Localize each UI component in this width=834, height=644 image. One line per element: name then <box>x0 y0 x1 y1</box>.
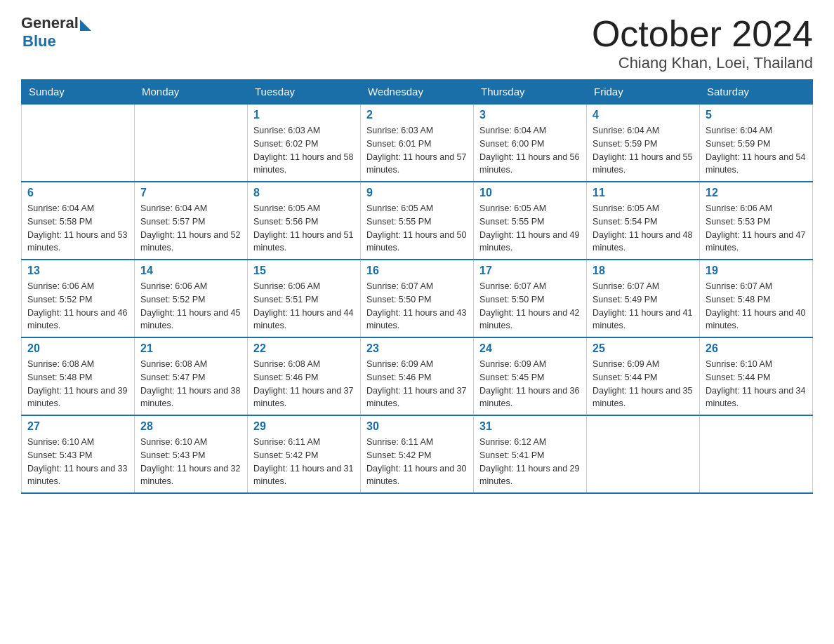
day-info: Sunrise: 6:07 AMSunset: 5:48 PMDaylight:… <box>706 280 807 333</box>
table-row: 18Sunrise: 6:07 AMSunset: 5:49 PMDayligh… <box>587 260 700 337</box>
day-info: Sunrise: 6:09 AMSunset: 5:45 PMDaylight:… <box>479 358 581 410</box>
week-row-3: 13Sunrise: 6:06 AMSunset: 5:52 PMDayligh… <box>22 260 813 337</box>
day-info: Sunrise: 6:04 AMSunset: 5:57 PMDaylight:… <box>140 202 241 255</box>
header-tuesday: Tuesday <box>248 80 361 105</box>
table-row: 11Sunrise: 6:05 AMSunset: 5:54 PMDayligh… <box>587 182 700 260</box>
location-title: Chiang Khan, Loei, Thailand <box>592 54 813 72</box>
table-row: 23Sunrise: 6:09 AMSunset: 5:46 PMDayligh… <box>361 337 474 415</box>
day-number: 17 <box>479 264 581 277</box>
day-number: 19 <box>706 264 807 277</box>
day-info: Sunrise: 6:03 AMSunset: 6:01 PMDaylight:… <box>366 124 468 177</box>
day-info: Sunrise: 6:10 AMSunset: 5:43 PMDaylight:… <box>27 436 128 488</box>
header-monday: Monday <box>135 80 248 105</box>
day-number: 15 <box>253 264 355 277</box>
day-info: Sunrise: 6:05 AMSunset: 5:55 PMDaylight:… <box>366 202 468 255</box>
table-row: 20Sunrise: 6:08 AMSunset: 5:48 PMDayligh… <box>22 337 135 415</box>
day-info: Sunrise: 6:06 AMSunset: 5:53 PMDaylight:… <box>706 202 807 255</box>
table-row: 29Sunrise: 6:11 AMSunset: 5:42 PMDayligh… <box>248 415 361 493</box>
day-info: Sunrise: 6:11 AMSunset: 5:42 PMDaylight:… <box>366 436 468 488</box>
day-info: Sunrise: 6:06 AMSunset: 5:52 PMDaylight:… <box>140 280 241 333</box>
table-row: 4Sunrise: 6:04 AMSunset: 5:59 PMDaylight… <box>587 104 700 182</box>
day-info: Sunrise: 6:09 AMSunset: 5:46 PMDaylight:… <box>366 358 468 410</box>
day-number: 26 <box>706 342 807 355</box>
table-row: 7Sunrise: 6:04 AMSunset: 5:57 PMDaylight… <box>135 182 248 260</box>
table-row: 19Sunrise: 6:07 AMSunset: 5:48 PMDayligh… <box>700 260 813 337</box>
month-title: October 2024 <box>592 14 813 54</box>
week-row-2: 6Sunrise: 6:04 AMSunset: 5:58 PMDaylight… <box>22 182 813 260</box>
day-info: Sunrise: 6:04 AMSunset: 5:59 PMDaylight:… <box>706 124 807 177</box>
day-number: 25 <box>593 342 694 355</box>
day-number: 30 <box>366 420 468 433</box>
day-info: Sunrise: 6:04 AMSunset: 6:00 PMDaylight:… <box>479 124 581 177</box>
day-info: Sunrise: 6:05 AMSunset: 5:56 PMDaylight:… <box>253 202 355 255</box>
table-row: 10Sunrise: 6:05 AMSunset: 5:55 PMDayligh… <box>474 182 587 260</box>
week-row-5: 27Sunrise: 6:10 AMSunset: 5:43 PMDayligh… <box>22 415 813 493</box>
day-number: 24 <box>479 342 581 355</box>
table-row: 27Sunrise: 6:10 AMSunset: 5:43 PMDayligh… <box>22 415 135 493</box>
day-info: Sunrise: 6:03 AMSunset: 6:02 PMDaylight:… <box>253 124 355 177</box>
day-info: Sunrise: 6:11 AMSunset: 5:42 PMDaylight:… <box>253 436 355 488</box>
day-info: Sunrise: 6:08 AMSunset: 5:48 PMDaylight:… <box>27 358 128 410</box>
day-number: 13 <box>27 264 128 277</box>
day-info: Sunrise: 6:10 AMSunset: 5:43 PMDaylight:… <box>140 436 241 488</box>
table-row: 21Sunrise: 6:08 AMSunset: 5:47 PMDayligh… <box>135 337 248 415</box>
day-number: 28 <box>140 420 241 433</box>
day-info: Sunrise: 6:08 AMSunset: 5:47 PMDaylight:… <box>140 358 241 410</box>
header-wednesday: Wednesday <box>361 80 474 105</box>
table-row: 16Sunrise: 6:07 AMSunset: 5:50 PMDayligh… <box>361 260 474 337</box>
day-number: 14 <box>140 264 241 277</box>
day-number: 9 <box>366 187 468 199</box>
logo-general-text: General <box>21 14 79 32</box>
day-number: 12 <box>706 187 807 199</box>
table-row: 12Sunrise: 6:06 AMSunset: 5:53 PMDayligh… <box>700 182 813 260</box>
day-info: Sunrise: 6:07 AMSunset: 5:50 PMDaylight:… <box>366 280 468 333</box>
day-number: 4 <box>593 109 694 121</box>
day-info: Sunrise: 6:09 AMSunset: 5:44 PMDaylight:… <box>593 358 694 410</box>
day-info: Sunrise: 6:08 AMSunset: 5:46 PMDaylight:… <box>253 358 355 410</box>
table-row: 9Sunrise: 6:05 AMSunset: 5:55 PMDaylight… <box>361 182 474 260</box>
table-row <box>135 104 248 182</box>
table-row <box>700 415 813 493</box>
table-row: 8Sunrise: 6:05 AMSunset: 5:56 PMDaylight… <box>248 182 361 260</box>
table-row: 26Sunrise: 6:10 AMSunset: 5:44 PMDayligh… <box>700 337 813 415</box>
table-row: 15Sunrise: 6:06 AMSunset: 5:51 PMDayligh… <box>248 260 361 337</box>
day-number: 16 <box>366 264 468 277</box>
table-row: 28Sunrise: 6:10 AMSunset: 5:43 PMDayligh… <box>135 415 248 493</box>
header-saturday: Saturday <box>700 80 813 105</box>
table-row: 1Sunrise: 6:03 AMSunset: 6:02 PMDaylight… <box>248 104 361 182</box>
week-row-1: 1Sunrise: 6:03 AMSunset: 6:02 PMDaylight… <box>22 104 813 182</box>
day-info: Sunrise: 6:10 AMSunset: 5:44 PMDaylight:… <box>706 358 807 410</box>
day-number: 3 <box>479 109 581 121</box>
day-number: 10 <box>479 187 581 199</box>
page-header: General Blue October 2024 Chiang Khan, L… <box>21 14 813 72</box>
day-number: 27 <box>27 420 128 433</box>
day-number: 5 <box>706 109 807 121</box>
day-info: Sunrise: 6:07 AMSunset: 5:49 PMDaylight:… <box>593 280 694 333</box>
table-row <box>587 415 700 493</box>
table-row: 14Sunrise: 6:06 AMSunset: 5:52 PMDayligh… <box>135 260 248 337</box>
title-block: October 2024 Chiang Khan, Loei, Thailand <box>592 14 813 72</box>
table-row: 24Sunrise: 6:09 AMSunset: 5:45 PMDayligh… <box>474 337 587 415</box>
table-row <box>22 104 135 182</box>
day-number: 11 <box>593 187 694 199</box>
week-row-4: 20Sunrise: 6:08 AMSunset: 5:48 PMDayligh… <box>22 337 813 415</box>
table-row: 2Sunrise: 6:03 AMSunset: 6:01 PMDaylight… <box>361 104 474 182</box>
table-row: 25Sunrise: 6:09 AMSunset: 5:44 PMDayligh… <box>587 337 700 415</box>
day-number: 23 <box>366 342 468 355</box>
header-friday: Friday <box>587 80 700 105</box>
header-thursday: Thursday <box>474 80 587 105</box>
calendar-header-row: Sunday Monday Tuesday Wednesday Thursday… <box>22 80 813 105</box>
table-row: 30Sunrise: 6:11 AMSunset: 5:42 PMDayligh… <box>361 415 474 493</box>
logo-blue-text: Blue <box>22 32 91 51</box>
day-number: 22 <box>253 342 355 355</box>
table-row: 5Sunrise: 6:04 AMSunset: 5:59 PMDaylight… <box>700 104 813 182</box>
table-row: 6Sunrise: 6:04 AMSunset: 5:58 PMDaylight… <box>22 182 135 260</box>
day-info: Sunrise: 6:04 AMSunset: 5:59 PMDaylight:… <box>593 124 694 177</box>
table-row: 17Sunrise: 6:07 AMSunset: 5:50 PMDayligh… <box>474 260 587 337</box>
day-number: 29 <box>253 420 355 433</box>
header-sunday: Sunday <box>22 80 135 105</box>
day-number: 20 <box>27 342 128 355</box>
day-info: Sunrise: 6:05 AMSunset: 5:54 PMDaylight:… <box>593 202 694 255</box>
day-info: Sunrise: 6:04 AMSunset: 5:58 PMDaylight:… <box>27 202 128 255</box>
day-number: 18 <box>593 264 694 277</box>
